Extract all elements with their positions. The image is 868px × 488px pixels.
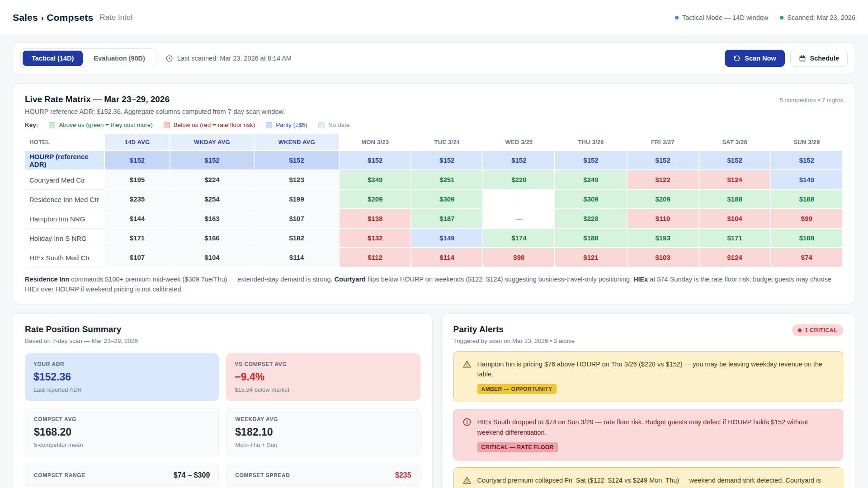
parity-alert: HIEx South dropped to $74 on Sun 3/29 — … bbox=[453, 409, 843, 460]
day-rate-cell: $188 bbox=[771, 229, 843, 248]
column-header: HOTEL bbox=[25, 134, 105, 151]
parity-alert: Courtyard premium collapsed Fri–Sat ($12… bbox=[453, 467, 843, 488]
column-header: SUN 3/29 bbox=[771, 134, 843, 151]
tile-caption: $15.84 below market bbox=[235, 386, 411, 393]
alert-body: Hampton Inn is pricing $76 above HOURP o… bbox=[477, 359, 834, 394]
parity-alert: Hampton Inn is pricing $76 above HOURP o… bbox=[453, 351, 843, 403]
legend-label: Parity (±$5) bbox=[276, 122, 307, 128]
app-label: Rate Intel bbox=[99, 13, 132, 22]
alert-text: Courtyard premium collapsed Fri–Sat ($12… bbox=[477, 475, 834, 488]
parity-alerts-card: Parity Alerts Triggered by scan on Mar 2… bbox=[441, 313, 855, 488]
summary-stat-row: COMPSET RANGE$74 − $309 bbox=[25, 464, 219, 487]
hotel-name-cell: Holiday Inn S NRG bbox=[25, 229, 105, 248]
legend-swatch bbox=[49, 122, 55, 128]
footnote-segment: HIEx bbox=[633, 276, 648, 283]
schedule-label: Schedule bbox=[810, 55, 839, 62]
tile-caption: 5-competitor mean bbox=[34, 441, 210, 448]
day-rate-cell: $188 bbox=[771, 190, 843, 209]
legend-key-label: Key: bbox=[25, 122, 38, 128]
day-rate-cell: $309 bbox=[555, 190, 627, 209]
scan-now-button[interactable]: Scan Now bbox=[725, 50, 784, 67]
agg-cell: $144 bbox=[105, 209, 170, 229]
rate-matrix-table: HOTEL14D AVGWKDAY AVGWKEND AVGMON 3/23TU… bbox=[25, 134, 843, 267]
day-rate-cell: $188 bbox=[699, 190, 771, 209]
status-dot-icon bbox=[675, 16, 679, 19]
alerts-subtitle: Triggered by scan on Mar 23, 2026 • 3 ac… bbox=[453, 338, 575, 344]
day-rate-cell: $104 bbox=[699, 209, 771, 229]
tab-evaluation-90d-[interactable]: Evaluation (90D) bbox=[85, 51, 154, 66]
last-scanned-text: Last scanned: Mar 23, 2026 at 8:14 AM bbox=[177, 55, 292, 62]
day-rate-cell: $99 bbox=[771, 209, 843, 229]
legend-item: Below us (red = rate floor risk) bbox=[164, 122, 255, 128]
agg-cell: $195 bbox=[105, 170, 170, 190]
summary-tile: COMPSET AVG$168.205-competitor mean bbox=[25, 408, 219, 456]
hotel-name-cell: Hampton Inn NRG bbox=[25, 209, 105, 229]
column-header: THU 3/26 bbox=[555, 134, 627, 151]
last-scanned: Last scanned: Mar 23, 2026 at 8:14 AM bbox=[165, 55, 292, 62]
agg-cell: $199 bbox=[255, 190, 340, 209]
day-rate-cell: $188 bbox=[555, 229, 627, 248]
summary-row-grid: COMPSET RANGE$74 − $309COMPSET SPREAD$23… bbox=[25, 464, 420, 487]
column-header: TUE 3/24 bbox=[411, 134, 483, 151]
table-row: HOURP (reference ADR)$152$152$152$152$15… bbox=[25, 151, 843, 170]
column-header: WKDAY AVG bbox=[170, 134, 255, 151]
summary-tile: WEEKDAY AVG$182.10Mon–Thu + Sun bbox=[226, 408, 420, 456]
critical-dot-icon bbox=[798, 328, 802, 332]
hotel-name-cell: HIEx South Med Ctr bbox=[25, 248, 105, 267]
matrix-table-head: HOTEL14D AVGWKDAY AVGWKEND AVGMON 3/23TU… bbox=[25, 134, 843, 151]
schedule-button[interactable]: Schedule bbox=[790, 50, 848, 67]
clock-icon bbox=[165, 55, 173, 62]
day-rate-cell: $124 bbox=[699, 248, 771, 267]
header-status-pill: Tactical Mode — 14D window bbox=[675, 14, 768, 21]
day-rate-cell: $249 bbox=[555, 170, 627, 190]
agg-cell: $171 bbox=[105, 229, 170, 248]
hotel-name-cell: Residence Inn Med Ctr bbox=[25, 190, 105, 209]
day-rate-cell: $152 bbox=[627, 151, 699, 170]
tile-value: $168.20 bbox=[34, 426, 210, 438]
summary-tile: VS COMPSET AVG−9.4%$15.84 below market bbox=[226, 353, 420, 401]
day-rate-cell: $152 bbox=[699, 151, 771, 170]
day-rate-cell: $209 bbox=[340, 190, 411, 209]
warning-triangle-icon bbox=[462, 476, 472, 485]
day-rate-cell: $171 bbox=[699, 229, 771, 248]
column-header: SAT 3/28 bbox=[699, 134, 771, 151]
critical-badge-label: 1 CRITICAL bbox=[805, 327, 837, 333]
day-rate-cell: $228 bbox=[555, 209, 627, 229]
day-rate-cell: $74 bbox=[771, 248, 843, 267]
column-header: WED 3/25 bbox=[483, 134, 555, 151]
day-rate-cell: $249 bbox=[340, 170, 411, 190]
alert-severity-tag: CRITICAL — RATE FLOOR bbox=[477, 442, 558, 452]
warning-triangle-icon bbox=[462, 360, 472, 369]
day-rate-cell: $209 bbox=[627, 190, 699, 209]
tile-label: WEEKDAY AVG bbox=[235, 416, 411, 422]
alert-text: Hampton Inn is pricing $76 above HOURP o… bbox=[477, 359, 834, 380]
alert-circle-icon bbox=[462, 418, 472, 427]
column-header: MON 3/23 bbox=[340, 134, 411, 151]
tile-value: $152.36 bbox=[33, 371, 210, 383]
hotel-name-cell: HOURP (reference ADR) bbox=[25, 151, 105, 170]
summary-tile-grid: YOUR ADR$152.36Last reported ADRVS COMPS… bbox=[25, 353, 420, 456]
day-rate-cell: $149 bbox=[411, 229, 483, 248]
matrix-footnote: Residence Inn commands $100+ premium mid… bbox=[25, 275, 843, 295]
legend-label: No data bbox=[328, 122, 349, 128]
tab-tactical-14d-[interactable]: Tactical (14D) bbox=[23, 51, 83, 66]
agg-cell: $107 bbox=[255, 209, 340, 229]
calendar-icon bbox=[799, 55, 806, 62]
column-header: FRI 3/27 bbox=[627, 134, 699, 151]
status-pill-label: Scanned: Mar 23, 2026 bbox=[787, 14, 855, 21]
column-header: 14D AVG bbox=[105, 134, 170, 151]
summary-stat-row: COMPSET SPREAD$235 bbox=[226, 464, 420, 487]
agg-cell: $254 bbox=[170, 190, 255, 209]
agg-cell: $107 bbox=[105, 248, 170, 267]
agg-cell: $166 bbox=[170, 229, 255, 248]
alert-body: Courtyard premium collapsed Fri–Sat ($12… bbox=[477, 475, 834, 488]
stat-row-label: COMPSET RANGE bbox=[34, 472, 85, 479]
day-rate-cell: $152 bbox=[555, 151, 627, 170]
agg-cell: $163 bbox=[170, 209, 255, 229]
tile-label: VS COMPSET AVG bbox=[235, 361, 411, 367]
day-rate-cell: $187 bbox=[411, 209, 483, 229]
legend-label: Above us (green = they cost more) bbox=[59, 122, 152, 128]
day-rate-cell: $110 bbox=[627, 209, 699, 229]
agg-cell: $114 bbox=[255, 248, 340, 267]
day-rate-cell: $193 bbox=[627, 229, 699, 248]
